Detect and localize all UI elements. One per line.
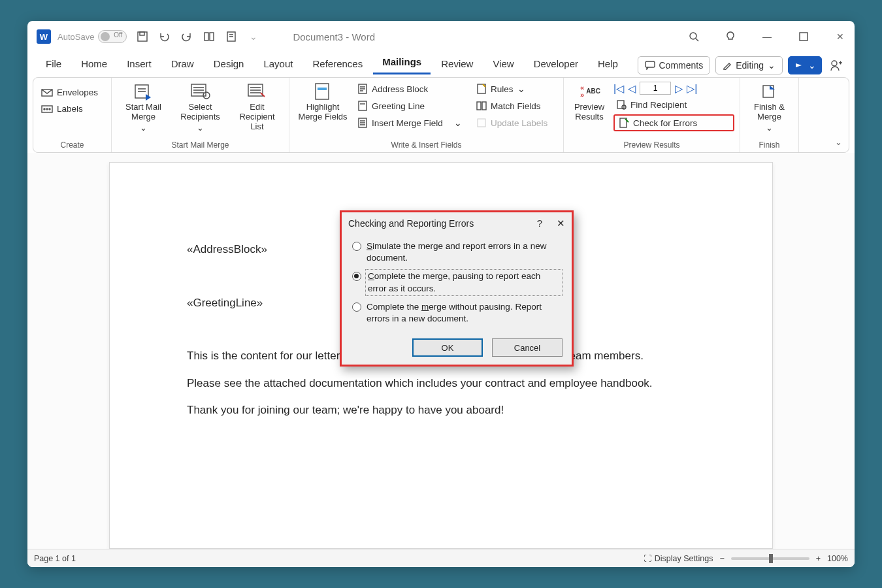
group-preview-results: « »ABCPreview Results |◁ ◁ ▷ ▷| Find Rec…	[564, 78, 740, 152]
ok-button[interactable]: OK	[412, 338, 483, 357]
tab-references[interactable]: References	[303, 54, 372, 74]
rules-button[interactable]: Rules ⌄	[474, 82, 550, 96]
qat-icon-1[interactable]	[203, 30, 216, 43]
zoom-in-button[interactable]: +	[816, 554, 821, 563]
tab-view[interactable]: View	[483, 54, 523, 74]
radio-complete-nopause[interactable]	[352, 302, 361, 312]
svg-rect-27	[617, 101, 624, 108]
edit-recipient-list-button[interactable]: Edit Recipient List	[233, 80, 282, 132]
statusbar: Page 1 of 1 ⛶ Display Settings − + 100%	[27, 549, 855, 567]
body-paragraph-3: Thank you for joining our team; we're ha…	[187, 402, 695, 419]
comment-icon	[645, 61, 655, 70]
tab-design[interactable]: Design	[204, 54, 253, 74]
radio-simulate[interactable]	[352, 242, 361, 251]
tab-layout[interactable]: Layout	[254, 54, 302, 74]
svg-point-16	[203, 92, 210, 99]
group-label: Create	[39, 139, 106, 151]
tab-help[interactable]: Help	[589, 54, 627, 74]
minimize-button[interactable]: —	[758, 27, 776, 46]
dialog-title: Checking and Reporting Errors	[348, 218, 474, 229]
zoom-out-button[interactable]: −	[719, 554, 724, 563]
select-recipients-button[interactable]: Select Recipients⌄	[176, 80, 225, 133]
titlebar: W AutoSave Off ⌄ Document3 - Word — ✕	[27, 21, 855, 52]
labels-button[interactable]: Labels	[39, 102, 101, 116]
svg-rect-7	[645, 61, 655, 67]
svg-point-11	[44, 108, 45, 110]
autosave-label: AutoSave	[57, 32, 94, 42]
body-paragraph-2: Please see the attached documentation wh…	[187, 375, 695, 392]
zoom-level[interactable]: 100%	[827, 554, 848, 563]
option-simulate[interactable]: Simulate the merge and report errors in …	[351, 237, 563, 267]
qat-icon-2[interactable]	[225, 30, 238, 43]
qat-dropdown-icon[interactable]: ⌄	[247, 30, 260, 43]
account-icon[interactable]	[827, 56, 845, 74]
group-write-insert: Highlight Merge Fields Address Block Gre…	[289, 78, 564, 152]
first-record-icon[interactable]: |◁	[613, 82, 624, 95]
match-fields-button[interactable]: Match Fields	[474, 99, 550, 113]
ribbon-tabs: File Home Insert Draw Design Layout Refe…	[27, 52, 855, 74]
close-button[interactable]: ✕	[831, 27, 849, 46]
svg-rect-2	[204, 33, 208, 41]
group-create: Envelopes Labels Create	[33, 78, 112, 152]
display-settings-button[interactable]: ⛶ Display Settings	[644, 554, 713, 563]
document-title: Document3 - Word	[293, 31, 375, 42]
tab-home[interactable]: Home	[72, 54, 116, 74]
svg-rect-19	[318, 88, 327, 90]
dialog-help-icon[interactable]: ?	[537, 218, 542, 229]
tab-mailings[interactable]: Mailings	[373, 52, 431, 74]
word-app-icon: W	[37, 29, 51, 44]
group-finish: Finish & Merge⌄ Finish	[740, 78, 799, 152]
autosave-toggle[interactable]: AutoSave Off	[57, 30, 127, 43]
redo-icon[interactable]	[180, 30, 193, 43]
tab-insert[interactable]: Insert	[118, 54, 161, 74]
record-number-input[interactable]	[640, 82, 671, 95]
toggle-switch[interactable]: Off	[98, 30, 127, 43]
radio-complete-pause[interactable]	[352, 272, 361, 281]
save-icon[interactable]	[136, 30, 149, 43]
svg-rect-18	[316, 84, 329, 99]
maximize-button[interactable]	[794, 27, 813, 46]
editing-mode-button[interactable]: Editing ⌄	[715, 56, 783, 74]
svg-rect-6	[800, 33, 808, 41]
svg-rect-1	[140, 32, 144, 35]
preview-results-button[interactable]: « »ABCPreview Results	[569, 80, 610, 122]
cancel-button[interactable]: Cancel	[492, 338, 563, 357]
svg-rect-0	[138, 32, 147, 41]
word-window: W AutoSave Off ⌄ Document3 - Word — ✕ Fi…	[27, 21, 855, 567]
undo-icon[interactable]	[158, 30, 171, 43]
envelopes-button[interactable]: Envelopes	[39, 86, 101, 99]
tab-file[interactable]: File	[37, 54, 71, 74]
page-indicator[interactable]: Page 1 of 1	[34, 554, 76, 563]
svg-rect-25	[482, 102, 486, 110]
greeting-line-button[interactable]: Greeting Line	[355, 99, 465, 113]
dialog-close-icon[interactable]: ✕	[557, 218, 565, 229]
option-complete-pause[interactable]: Complete the merge, pausing to report ea…	[351, 267, 563, 297]
check-for-errors-button[interactable]: Check for Errors	[613, 114, 734, 131]
zoom-slider[interactable]	[731, 557, 809, 560]
start-mail-merge-button[interactable]: Start Mail Merge⌄	[119, 80, 169, 133]
check-errors-dialog: Checking and Reporting Errors ? ✕ Simula…	[340, 210, 574, 367]
last-record-icon[interactable]: ▷|	[687, 82, 697, 95]
insert-merge-field-button[interactable]: Insert Merge Field ⌄	[355, 116, 465, 130]
share-button[interactable]: ⌄	[788, 56, 822, 74]
svg-rect-21	[359, 101, 367, 110]
svg-rect-24	[477, 102, 481, 110]
search-icon[interactable]	[685, 27, 703, 46]
ribbon-collapse-icon[interactable]: ⌄	[835, 137, 842, 147]
find-recipient-button[interactable]: Find Recipient	[613, 97, 734, 112]
tab-review[interactable]: Review	[432, 54, 482, 74]
finish-merge-button[interactable]: Finish & Merge⌄	[747, 80, 792, 133]
lightbulb-icon[interactable]	[721, 27, 740, 46]
pencil-icon	[723, 61, 732, 70]
highlight-merge-fields-button[interactable]: Highlight Merge Fields	[295, 80, 351, 122]
next-record-icon[interactable]: ▷	[675, 82, 683, 95]
comments-button[interactable]: Comments	[638, 56, 711, 74]
tab-developer[interactable]: Developer	[525, 54, 587, 74]
address-block-button[interactable]: Address Block	[355, 82, 465, 96]
tab-draw[interactable]: Draw	[162, 54, 203, 74]
prev-record-icon[interactable]: ◁	[628, 82, 636, 95]
update-labels-button: Update Labels	[474, 116, 550, 130]
option-complete-nopause[interactable]: Complete the merge without pausing. Repo…	[351, 298, 563, 328]
svg-point-8	[832, 61, 837, 66]
quick-access-toolbar: ⌄	[136, 30, 260, 43]
